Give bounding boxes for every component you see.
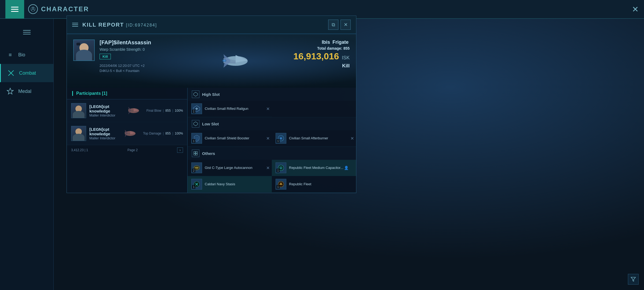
afterburner-icon: 1 — [276, 133, 286, 144]
participants-title: Participants [1] — [76, 91, 107, 96]
isk-value-row: 16,913,016 ISK — [287, 51, 350, 61]
railgun-name: Civilian Small Rifled Railgun — [205, 107, 248, 111]
others-section: Others 2 Gist C-Type — [188, 147, 356, 193]
shield-booster-remove-button[interactable]: ✕ — [266, 136, 270, 141]
sidebar-item-medal[interactable]: Medal — [0, 82, 53, 100]
character-nav: CHARACTER — [28, 4, 89, 14]
combat-icon — [6, 68, 16, 78]
svg-rect-34 — [194, 154, 195, 155]
isk-unit: ISK — [342, 55, 350, 60]
participant-avatar-1 — [71, 103, 86, 118]
svg-text:+: + — [280, 167, 281, 170]
export-button[interactable]: ⧉ — [328, 20, 338, 30]
sidebar-item-combat[interactable]: Combat — [0, 64, 53, 82]
section-divider — [72, 91, 73, 96]
kill-outcome: Kill — [287, 63, 350, 69]
participant-stats-1: Final Blow | 855 | 100% — [147, 109, 183, 113]
high-slot-title: High Slot — [202, 92, 220, 97]
modal-menu-button[interactable] — [72, 23, 78, 27]
svg-rect-32 — [194, 151, 195, 153]
repfleet-qty: 1 — [276, 185, 280, 189]
sidebar-item-bio[interactable]: ≡ Bio — [0, 46, 53, 64]
sidebar-label-combat: Combat — [19, 70, 36, 76]
pagination-bar: 3,412.23 | 1 Page 2 › — [67, 145, 187, 155]
damage-2: 855 — [165, 132, 171, 135]
high-slot-items: 1 Civilian Small Rifled Railgun ✕ — [188, 101, 356, 117]
railgun-remove-button[interactable]: ✕ — [266, 106, 270, 111]
modal-header: KILL REPORT [ID:6974284] ⧉ ✕ — [67, 16, 356, 34]
fitting-item-stasis: 1 Caldari Navy Stasis — [188, 176, 272, 193]
participant-item-2: [LEGN]cpt knowledge Maller Interdictor T… — [67, 122, 187, 145]
victim-details: [FAP]$ilentAssassin Warp Scramble Streng… — [100, 39, 184, 73]
modal-actions: ⧉ ✕ — [328, 20, 351, 30]
others-title: Others — [202, 151, 215, 156]
participant-stats-2: Top Damage | 855 | 100% — [143, 132, 183, 135]
participant-avatar-2 — [71, 126, 86, 141]
svg-marker-28 — [194, 122, 198, 126]
user-icon: 👤 — [344, 166, 349, 170]
high-slot-icon — [192, 90, 199, 98]
damage-1: 855 — [165, 109, 171, 113]
participant-name-1: [LEGN]cpt knowledge — [89, 104, 121, 113]
ship-silhouette — [209, 39, 262, 82]
low-slot-section: Low Slot 1 Civilian Small Shield Booster… — [188, 117, 356, 147]
character-title: CHARACTER — [41, 5, 89, 13]
stasis-name: Caldari Navy Stasis — [205, 182, 235, 187]
victim-warp: Warp Scramble Strength: 0 — [100, 47, 184, 52]
page-label: Page 2 — [127, 148, 138, 152]
others-header: Others — [188, 147, 356, 160]
participant-ship-2: Maller Interdictor — [89, 136, 118, 140]
low-slot-icon — [192, 120, 199, 128]
autocannon-name: Gist C-Type Large Autocannon — [205, 166, 253, 170]
sidebar-label-medal: Medal — [18, 89, 31, 94]
filter-button[interactable] — [628, 274, 639, 285]
stasis-icon: 1 — [191, 179, 202, 190]
participant-details-2: [LEGN]cpt knowledge Maller Interdictor — [89, 127, 118, 140]
fitting-item-repfleet: 1 Republic Fleet — [272, 176, 356, 193]
fitting-item-railgun: 1 Civilian Small Rifled Railgun ✕ — [188, 101, 272, 117]
kill-header: [FAP]$ilentAssassin Warp Scramble Streng… — [67, 34, 356, 88]
afterburner-remove-button[interactable]: ✕ — [350, 136, 354, 141]
others-items: 2 Gist C-Type Large Autocannon ✕ + — [188, 160, 356, 193]
kill-datetime: 2022/04/06 12:20:07 UTC +2 — [100, 64, 184, 68]
autocannon-icon: 2 — [191, 162, 202, 173]
fitting-item-shield-booster: 1 Civilian Small Shield Booster ✕ — [188, 130, 272, 147]
sidebar: ≡ Bio Combat Medal — [0, 19, 54, 290]
hamburger-button[interactable] — [5, 0, 24, 19]
svg-rect-33 — [196, 151, 197, 153]
fitting-panel: High Slot 1 Civilian Small Rifled Rail — [188, 88, 356, 193]
sidebar-menu-button[interactable] — [19, 24, 35, 40]
modal-title: KILL REPORT [ID:6974284] — [82, 22, 157, 28]
capacitor-name: Republic Fleet Medium Capacitor... — [289, 166, 343, 170]
svg-point-31 — [280, 138, 282, 139]
participant-ship-1: Maller Interdictor — [89, 113, 121, 117]
participant-ship-svg-2 — [122, 128, 139, 140]
participant-ship-img-2 — [121, 127, 140, 140]
isk-value: 16,913,016 — [293, 51, 339, 61]
capacitor-qty: 1 — [276, 169, 280, 172]
percent-1: 100% — [175, 109, 183, 113]
participant-name-2: [LEGN]cpt knowledge — [89, 127, 118, 136]
victim-info: [FAP]$ilentAssassin Warp Scramble Streng… — [67, 34, 190, 88]
kill-report-modal: KILL REPORT [ID:6974284] ⧉ ✕ [FAP]$ilent… — [67, 16, 356, 193]
low-slot-items: 1 Civilian Small Shield Booster ✕ — [188, 130, 356, 147]
repfleet-name: Republic Fleet — [289, 182, 311, 187]
repfleet-icon: 1 — [276, 179, 286, 190]
close-modal-button[interactable]: ✕ — [341, 20, 351, 30]
close-top-button[interactable]: ✕ — [632, 5, 639, 14]
shield-booster-icon: 1 — [191, 133, 202, 144]
fitting-item-afterburner: 1 Civilian Small Afterburner ✕ — [272, 130, 356, 147]
svg-point-0 — [32, 7, 34, 9]
medal-icon — [5, 86, 15, 96]
autocannon-qty: 2 — [192, 169, 195, 172]
svg-marker-4 — [7, 88, 13, 94]
low-slot-header: Low Slot — [188, 117, 356, 130]
svg-point-11 — [223, 60, 226, 61]
autocannon-remove-button[interactable]: ✕ — [266, 165, 270, 171]
participants-panel: Participants [1] [LEGN]cpt knowledge Mal… — [67, 88, 188, 193]
participant-item: [LEGN]cpt knowledge Maller Interdictor F… — [67, 99, 187, 122]
stasis-qty: 1 — [192, 185, 195, 189]
fitting-item-autocannon: 2 Gist C-Type Large Autocannon ✕ — [188, 160, 272, 176]
shield-booster-name: Civilian Small Shield Booster — [205, 136, 249, 141]
next-page-button[interactable]: › — [177, 147, 183, 153]
